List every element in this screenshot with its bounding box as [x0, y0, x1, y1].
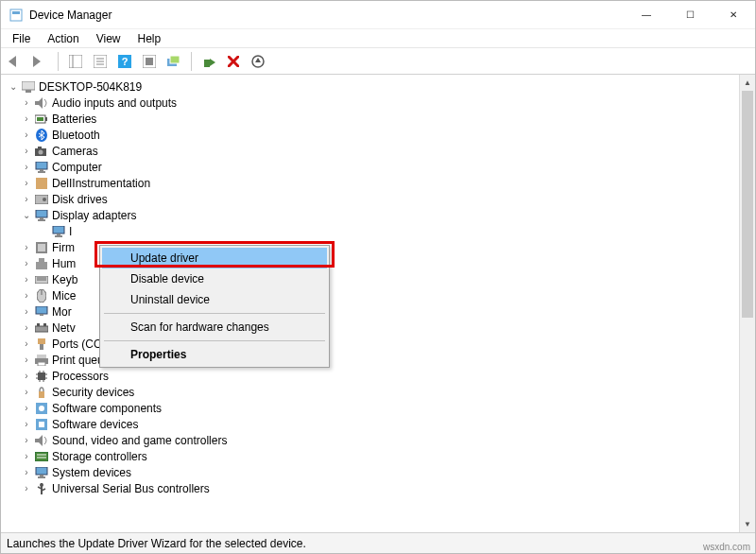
menu-file[interactable]: File	[5, 30, 38, 47]
show-hide-tree-button[interactable]	[64, 50, 87, 73]
help-button[interactable]: ?	[113, 50, 136, 73]
camera-icon	[33, 144, 50, 159]
expand-icon[interactable]: ›	[20, 355, 33, 365]
firmware-icon	[33, 240, 50, 255]
minimize-button[interactable]: —	[625, 1, 668, 29]
collapse-icon[interactable]: ⌄	[20, 210, 33, 220]
maximize-button[interactable]: ☐	[668, 1, 712, 29]
expand-icon[interactable]: ›	[20, 97, 33, 108]
context-separator	[104, 340, 325, 341]
svg-marker-2	[9, 56, 16, 67]
svg-marker-24	[35, 97, 43, 109]
tree-item-label: Sound, video and game controllers	[50, 434, 227, 447]
uninstall-button[interactable]	[222, 50, 245, 73]
expand-icon[interactable]: ›	[20, 371, 33, 381]
tree-item-label: Hum	[50, 257, 76, 270]
context-update-driver[interactable]: Update driver	[102, 248, 327, 268]
svg-point-37	[43, 198, 46, 201]
expand-icon[interactable]: ›	[20, 242, 33, 252]
ports-icon	[33, 337, 50, 352]
expand-icon[interactable]: ›	[20, 322, 33, 333]
context-disable-device[interactable]: Disable device	[102, 268, 327, 289]
action-button[interactable]	[138, 50, 161, 73]
expand-icon[interactable]: ›	[20, 113, 33, 124]
tree-item[interactable]: ›DelIInstrumentation	[3, 175, 739, 191]
context-properties[interactable]: Properties	[102, 344, 327, 365]
network-icon	[33, 320, 50, 336]
expand-icon[interactable]: ›	[20, 435, 33, 445]
svg-rect-16	[204, 60, 210, 67]
menu-view[interactable]: View	[89, 30, 129, 47]
tree-item[interactable]: ›Bluetooth	[3, 127, 739, 143]
vertical-scrollbar[interactable]: ▲ ▼	[739, 75, 755, 532]
scroll-down-button[interactable]: ▼	[740, 516, 755, 532]
expand-icon[interactable]: ›	[20, 162, 33, 172]
tree-item-label: Security devices	[50, 386, 134, 399]
printer-icon	[33, 353, 50, 368]
keyboard-icon	[33, 272, 50, 287]
svg-rect-57	[43, 323, 46, 326]
expand-icon[interactable]: ›	[20, 274, 33, 285]
expand-icon[interactable]: ›	[20, 419, 33, 429]
expand-icon[interactable]: ›	[20, 403, 33, 413]
expand-icon[interactable]: ›	[20, 338, 33, 349]
enable-button[interactable]	[198, 50, 220, 73]
audio-icon	[33, 433, 50, 448]
collapse-icon[interactable]: ⌄	[7, 81, 20, 92]
menubar: File Action View Help	[1, 29, 755, 48]
svg-rect-46	[36, 262, 47, 269]
expand-icon[interactable]: ›	[20, 451, 33, 461]
expand-icon[interactable]: ›	[20, 290, 33, 301]
software-icon	[33, 401, 50, 416]
scroll-up-button[interactable]: ▲	[740, 75, 755, 91]
tree-item[interactable]: ›Batteries	[3, 111, 739, 127]
tree-item-display-adapters[interactable]: ⌄Display adapters	[3, 207, 739, 223]
expand-icon[interactable]: ›	[20, 178, 33, 188]
expand-icon[interactable]: ›	[20, 146, 33, 156]
tree-item[interactable]: ›Software devices	[3, 416, 739, 432]
menu-action[interactable]: Action	[40, 30, 86, 47]
svg-rect-47	[39, 258, 44, 262]
tree-item-label: Keyb	[50, 273, 77, 286]
tree-item[interactable]: ›Sound, video and game controllers	[3, 432, 739, 448]
back-button[interactable]	[5, 50, 27, 73]
menu-help[interactable]: Help	[130, 30, 169, 47]
tree-item[interactable]: ›Storage controllers	[3, 448, 739, 464]
tree-item[interactable]: ›Universal Serial Bus controllers	[3, 480, 739, 496]
expand-icon[interactable]: ›	[20, 258, 33, 268]
tree-item[interactable]: ›Processors	[3, 368, 739, 384]
tree-item[interactable]: ›Security devices	[3, 384, 739, 400]
svg-rect-45	[38, 244, 45, 251]
tree-item-label: Processors	[50, 370, 109, 383]
svg-rect-4	[69, 55, 82, 68]
expand-icon[interactable]: ›	[20, 483, 33, 493]
scroll-thumb[interactable]	[742, 91, 753, 318]
scroll-track[interactable]	[740, 91, 755, 516]
tree-item[interactable]: ›System devices	[3, 464, 739, 480]
tree-item[interactable]: ›Computer	[3, 159, 739, 175]
forward-button[interactable]	[29, 50, 52, 73]
svg-rect-23	[26, 90, 31, 93]
tree-item[interactable]: ›Audio inputs and outputs	[3, 95, 739, 111]
update-button[interactable]	[247, 50, 269, 73]
tree-item[interactable]: ›Disk drives	[3, 191, 739, 207]
tree-root-label: DESKTOP-504K819	[37, 80, 142, 94]
scan-button[interactable]	[163, 50, 185, 73]
svg-point-85	[40, 483, 43, 487]
svg-rect-31	[38, 147, 42, 148]
expand-icon[interactable]: ›	[20, 387, 33, 397]
expand-icon[interactable]: ›	[20, 306, 33, 317]
context-uninstall-device[interactable]: Uninstall device	[102, 289, 327, 310]
close-button[interactable]: ✕	[712, 1, 755, 29]
tree-item-selected-adapter[interactable]: I	[3, 223, 739, 239]
expand-icon[interactable]: ›	[20, 130, 33, 140]
expand-icon[interactable]: ›	[20, 467, 33, 477]
tree-item[interactable]: ›Software components	[3, 400, 739, 416]
tree-item[interactable]: ›Cameras	[3, 143, 739, 159]
properties-button[interactable]	[89, 50, 112, 73]
storage-icon	[33, 449, 50, 464]
toolbar-separator	[191, 52, 192, 71]
context-scan-hardware[interactable]: Scan for hardware changes	[102, 317, 327, 338]
expand-icon[interactable]: ›	[20, 194, 33, 204]
tree-root[interactable]: ⌄ DESKTOP-504K819	[3, 78, 739, 95]
